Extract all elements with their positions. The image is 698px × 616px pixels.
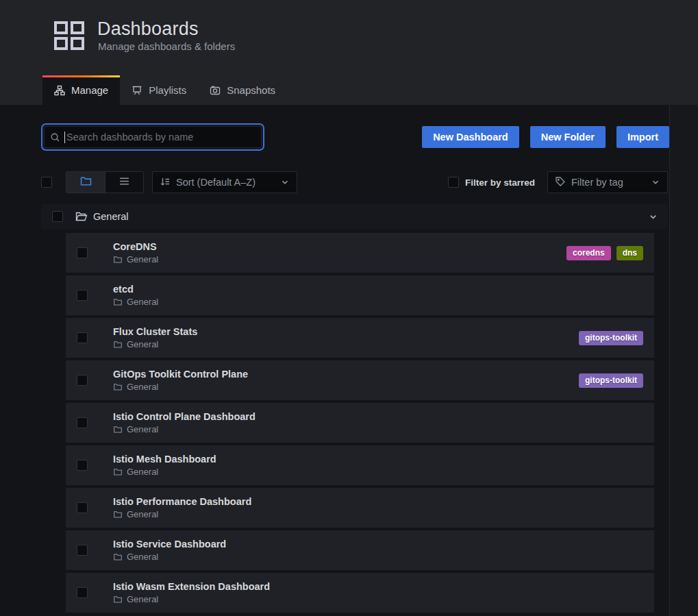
row-checkbox[interactable] [77,417,88,428]
dashboard-title: etcd [113,284,158,295]
dashboard-row[interactable]: Istio Mesh Dashboard General [66,445,654,485]
row-subtitle: General [113,552,226,562]
folder-section-header[interactable]: General [41,204,668,229]
row-subtitle: General [113,424,255,434]
camera-icon [210,85,221,96]
row-subtitle: General [113,382,248,392]
row-subtitle: General [113,297,158,307]
folder-name: General [93,211,129,222]
folder-closed-icon [113,255,123,264]
row-text: Istio Performance Dashboard General [113,496,251,519]
tag-pill[interactable]: gitops-toolkit [579,373,643,388]
list-view-toggle[interactable] [105,172,143,193]
dashboard-title: Istio Control Plane Dashboard [113,411,255,422]
list-icon [119,175,130,190]
tab-label: Playlists [149,84,186,96]
sort-dropdown[interactable]: Sort (Default A–Z) [152,171,297,193]
sort-icon [160,176,171,189]
row-checkbox[interactable] [77,545,88,556]
row-checkbox[interactable] [77,587,88,598]
folder-closed-icon [113,297,123,306]
dashboard-folder-label: General [127,254,158,264]
folder-closed-icon [113,595,123,604]
tag-list: corednsdns [566,246,643,260]
dashboard-row[interactable]: Flux Cluster Stats General gitops-toolki… [66,318,654,358]
row-checkbox[interactable] [77,247,88,258]
new-dashboard-button[interactable]: New Dashboard [422,126,519,148]
dashboard-folder-label: General [127,297,158,307]
dashboard-row[interactable]: CoreDNS General corednsdns [66,233,654,273]
layout-toggle-group [66,171,144,193]
dashboard-row[interactable]: Istio Control Plane Dashboard General [66,403,654,443]
dashboard-folder-label: General [127,509,158,519]
dashboard-title: Istio Mesh Dashboard [113,454,216,465]
sort-label: Sort (Default A–Z) [176,177,255,188]
row-checkbox[interactable] [77,460,88,471]
tab-playlists[interactable]: Playlists [120,75,198,105]
tag-list: gitops-toolkit [579,373,643,388]
select-all-checkbox[interactable] [41,177,52,188]
row-subtitle: General [113,509,251,519]
dashboard-folder-label: General [127,552,158,562]
tabbar: Manage Playlists Snapshots [42,75,287,105]
row-text: etcd General [113,284,158,307]
page-header: Dashboards Manage dashboards & folders M… [0,0,698,105]
row-text: Istio Control Plane Dashboard General [113,411,255,434]
dashboard-row[interactable]: GitOps Toolkit Control Plane General git… [66,360,654,400]
dashboard-row[interactable]: etcd General [66,275,654,315]
row-text: Istio Mesh Dashboard General [113,454,216,477]
starred-checkbox[interactable] [448,177,459,188]
chevron-down-icon[interactable] [648,212,658,222]
tag-list: gitops-toolkit [579,331,643,345]
page-subtitle: Manage dashboards & folders [98,40,235,52]
dashboard-row[interactable]: Istio Wasm Extension Dashboard General [66,573,654,613]
row-checkbox[interactable] [77,375,88,386]
scrollbar-track[interactable] [670,105,698,616]
tag-pill[interactable]: coredns [566,246,611,260]
search-focus-ring: Search dashboards by name [41,123,264,151]
search-row: Search dashboards by name New Dashboard … [41,123,669,151]
dashboard-title: CoreDNS [113,241,158,252]
folder-icon [80,175,92,190]
action-buttons: New Dashboard New Folder Import [422,126,669,148]
tab-snapshots[interactable]: Snapshots [198,75,287,105]
starred-label: Filter by starred [465,177,535,188]
tag-pill[interactable]: gitops-toolkit [579,331,643,345]
content-area: Search dashboards by name New Dashboard … [0,105,698,616]
dashboard-title: Istio Service Dashboard [113,539,226,550]
tag-icon [555,176,566,189]
dashboard-row[interactable]: Istio Performance Dashboard General [66,488,654,528]
tag-filter-dropdown[interactable]: Filter by tag [547,171,668,193]
search-input[interactable]: Search dashboards by name [44,126,262,148]
tab-label: Snapshots [227,84,275,96]
folder-view-toggle[interactable] [66,172,105,193]
row-text: CoreDNS General [113,241,158,264]
dashboard-title: Istio Wasm Extension Dashboard [113,581,270,592]
dashboard-row[interactable]: Istio Service Dashboard General [66,530,654,570]
row-checkbox[interactable] [77,332,88,343]
tab-manage[interactable]: Manage [42,75,120,105]
tag-filter-placeholder: Filter by tag [571,177,623,188]
new-folder-button[interactable]: New Folder [530,126,606,148]
tag-pill[interactable]: dns [616,246,643,260]
row-checkbox[interactable] [77,502,88,513]
folder-open-icon [75,211,88,222]
row-text: Istio Wasm Extension Dashboard General [113,581,270,604]
row-text: GitOps Toolkit Control Plane General [113,369,248,392]
dashboard-title: Istio Performance Dashboard [113,496,251,507]
dashboard-title: GitOps Toolkit Control Plane [113,369,248,380]
folder-closed-icon [113,510,123,519]
dashboard-list: CoreDNS General corednsdns etcd [66,233,654,615]
dashboard-folder-label: General [127,594,158,604]
import-button[interactable]: Import [616,126,669,148]
row-subtitle: General [113,467,216,477]
row-subtitle: General [113,594,270,604]
folder-closed-icon [113,467,123,476]
content-divider [669,105,670,616]
folder-closed-icon [113,425,123,434]
filter-row: Sort (Default A–Z) Filter by starred Fil… [41,171,668,193]
folder-checkbox[interactable] [52,211,63,222]
row-checkbox[interactable] [77,290,88,301]
dashboard-folder-label: General [127,424,158,434]
dashboard-folder-label: General [127,339,158,349]
